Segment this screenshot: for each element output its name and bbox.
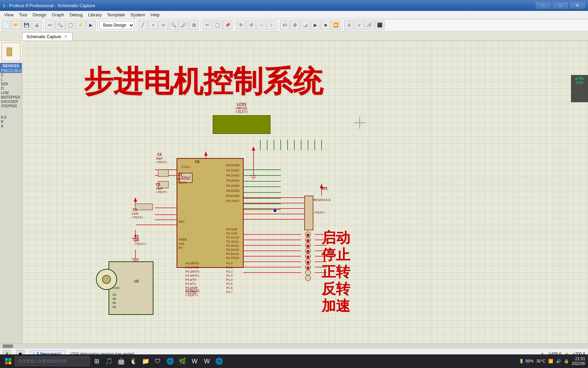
window-controls[interactable]: – □ ✕ — [536, 2, 585, 9]
menu-design[interactable]: Design — [30, 12, 49, 18]
menu-help[interactable]: Help — [148, 12, 163, 18]
minimize-button[interactable]: – — [536, 2, 551, 9]
device-c[interactable]: C — [0, 73, 22, 77]
tb-graph[interactable]: 📊 — [300, 20, 310, 30]
h-scrollbar[interactable] — [0, 343, 588, 348]
task-view-icon[interactable]: ⊞ — [91, 356, 102, 367]
svg-rect-38 — [135, 204, 152, 210]
tb-copy[interactable]: 📋 — [213, 20, 222, 30]
device-r[interactable]: R — [0, 120, 22, 124]
time-display: 21:51 — [572, 356, 585, 361]
label-tingzhi: 停止 — [322, 245, 350, 264]
schematic-svg — [22, 41, 588, 343]
svg-point-71 — [307, 234, 309, 236]
menu-template[interactable]: Template — [104, 12, 128, 18]
svg-rect-36 — [158, 170, 168, 177]
tab-close-icon[interactable]: ✕ — [63, 34, 68, 39]
tb-zoom-out[interactable]: 🔎 — [179, 20, 189, 30]
svg-point-93 — [274, 209, 276, 212]
h-scroll-thumb[interactable] — [3, 344, 13, 348]
toolbar: 📄 📂 💾 🖨 ↩ 🔍 📋 ⚡ ▶ Base Design ╱ + ═ 🔍 🔎 … — [0, 19, 588, 31]
taskbar-search[interactable] — [15, 356, 90, 366]
tb-add-wire[interactable]: ╱ — [138, 20, 148, 30]
tb-zoom-fit[interactable]: ⊞ — [189, 20, 199, 30]
label-qidong: 启动 — [322, 228, 350, 247]
wifi-icon: 📶 — [548, 359, 553, 364]
device-selected[interactable]: PX8-CC-BLU — [0, 68, 22, 73]
device-bistepper[interactable]: BISTEPPER — [0, 95, 22, 99]
close-button[interactable]: ✕ — [570, 2, 585, 9]
security-icon: 🔒 — [564, 359, 569, 364]
device-k8[interactable]: K-8 — [0, 115, 22, 120]
svg-rect-86 — [109, 262, 153, 315]
tb-drc[interactable]: ✓ — [355, 20, 364, 30]
tb-netlist[interactable]: ⚡ — [76, 20, 85, 30]
menu-debug[interactable]: Debug — [67, 12, 85, 18]
tb-annotate[interactable]: A — [344, 20, 354, 30]
tb-rotate-ccw[interactable]: ↺ — [246, 20, 256, 30]
temperature: 30°C — [536, 359, 545, 364]
explorer-icon[interactable]: 📁 — [140, 356, 151, 367]
tb-zoom-in[interactable]: 🔍 — [169, 20, 178, 30]
device-a[interactable]: A — [0, 124, 22, 128]
tb-paste[interactable]: 📌 — [223, 20, 232, 30]
devices-header: DEVICES — [0, 63, 22, 68]
wps-icon[interactable]: W — [189, 356, 200, 367]
device-low[interactable]: LOW — [0, 91, 22, 95]
battery-area: 🔋 99% — [519, 359, 534, 364]
tb-print[interactable]: 🖨 — [32, 20, 42, 30]
tb-netcomp[interactable]: 🔗 — [365, 20, 374, 30]
device-encoder[interactable]: ENCODER — [0, 99, 22, 104]
menu-library[interactable]: Library — [85, 12, 104, 18]
device-o[interactable]: O — [0, 86, 22, 91]
shield-icon[interactable]: 🛡 — [152, 356, 163, 367]
clock: 21:51 2022/6/ — [572, 356, 585, 366]
design-dropdown[interactable]: Base Design — [99, 21, 134, 29]
tb-cut[interactable]: ✂ — [202, 20, 212, 30]
svg-point-74 — [307, 250, 309, 253]
tb-flip-v[interactable]: ↕ — [267, 20, 276, 30]
tb-simulate[interactable]: ▶ — [86, 20, 96, 30]
green-icon[interactable]: 🌿 — [177, 356, 188, 367]
tb-debug-step[interactable]: ⏩ — [331, 20, 341, 30]
tb-save[interactable]: 💾 — [22, 20, 31, 30]
tb-pcb[interactable]: ⬛ — [375, 20, 385, 30]
start-button[interactable] — [3, 356, 14, 367]
menu-graph[interactable]: Graph — [49, 12, 67, 18]
device-l[interactable]: L — [0, 77, 22, 82]
tb-rotate-cw[interactable]: ↻ — [236, 20, 246, 30]
tb-open[interactable]: 📂 — [12, 20, 21, 30]
menu-system[interactable]: System — [128, 12, 148, 18]
snake-icon[interactable]: 🌐 — [165, 356, 176, 367]
tb-debug-stop[interactable]: ■ — [321, 20, 330, 30]
tb-bom[interactable]: 📋 — [66, 20, 75, 30]
title-bar: 1 - Proteus 8 Professional - Schematic C… — [0, 0, 588, 11]
device-stepper[interactable]: STEPPER — [0, 104, 22, 108]
music-icon[interactable]: 🎵 — [103, 356, 114, 367]
tb-marker[interactable]: 🏷 — [280, 20, 290, 30]
maximize-button[interactable]: □ — [553, 2, 568, 9]
tb-flip-h[interactable]: ↔ — [257, 20, 266, 30]
overlay-panel: ● 0% 0.5V — [571, 75, 588, 102]
tb-add-bus[interactable]: ═ — [159, 20, 168, 30]
device-een[interactable]: EEN — [0, 82, 22, 86]
tb-new[interactable]: 📄 — [1, 20, 11, 30]
menu-view[interactable]: View — [1, 12, 16, 18]
browser-icon[interactable]: 🌐 — [214, 356, 225, 367]
tb-undo[interactable]: ↩ — [45, 20, 55, 30]
qq-icon[interactable]: 🐧 — [128, 356, 139, 367]
sep3 — [136, 21, 136, 29]
window-title: 1 - Proteus 8 Professional - Schematic C… — [3, 3, 95, 8]
tab-schematic[interactable]: Schematic Capture ✕ — [22, 32, 72, 41]
label-zhengzhuan: 正转 — [322, 262, 350, 281]
tb-add-component[interactable]: + — [148, 20, 158, 30]
ai-icon[interactable]: 🤖 — [116, 356, 127, 367]
tb-probe[interactable]: ⚙ — [290, 20, 300, 30]
tab-schematic-label: Schematic Capture — [27, 34, 61, 39]
menu-tool[interactable]: Tool — [16, 12, 30, 18]
tb-debug-start[interactable]: ▶ — [311, 20, 320, 30]
label-jiasu: 加速 — [322, 296, 350, 316]
tb-search[interactable]: 🔍 — [55, 20, 65, 30]
word-icon[interactable]: W — [201, 356, 212, 367]
canvas-area[interactable]: 步进电机控制系统 LCD1 LM016L <TEXT> — [22, 41, 588, 343]
